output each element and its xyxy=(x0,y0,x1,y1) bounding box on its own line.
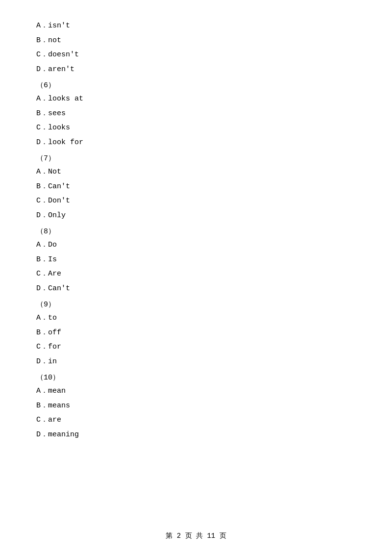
option-9c-label: C．for xyxy=(36,343,61,351)
option-10c-label: C．are xyxy=(36,416,61,424)
question-group-8: （8） A．Do B．Is C．Are D．Can't xyxy=(34,227,358,295)
page-footer: 第 2 页 共 11 页 xyxy=(0,531,392,540)
option-10d: D．meaning xyxy=(34,429,358,441)
option-10a: A．mean xyxy=(34,385,358,398)
option-6c: C．looks xyxy=(34,122,358,134)
question-group-7: （7） A．Not B．Can't C．Don't D．Only xyxy=(34,153,358,222)
option-10b: B．means xyxy=(34,400,358,412)
option-5b-label: B．not xyxy=(36,36,61,45)
option-8d-label: D．Can't xyxy=(36,284,70,293)
option-7c-label: C．Don't xyxy=(36,197,70,205)
option-7a: A．Not xyxy=(34,166,358,178)
question-number-10: （10） xyxy=(34,373,358,382)
option-8b-label: B．Is xyxy=(36,255,57,264)
page-content: A．isn't B．not C．doesn't D．aren't （6） A．l… xyxy=(0,0,392,475)
option-9d-label: D．in xyxy=(36,357,57,366)
option-8c-label: C．Are xyxy=(36,270,61,278)
option-6a: A．looks at xyxy=(34,93,358,105)
option-6a-label: A．looks at xyxy=(36,95,83,103)
option-5c: C．doesn't xyxy=(34,49,358,61)
option-5d-label: D．aren't xyxy=(36,65,74,74)
option-9b: B．off xyxy=(34,327,358,339)
option-6b-label: B．sees xyxy=(36,109,66,118)
option-5c-label: C．doesn't xyxy=(36,50,79,59)
option-6b: B．sees xyxy=(34,107,358,120)
option-9c: C．for xyxy=(34,341,358,353)
option-5a: A．isn't xyxy=(34,20,358,32)
question-group-5: A．isn't B．not C．doesn't D．aren't xyxy=(34,20,358,76)
question-group-9: （9） A．to B．off C．for D．in xyxy=(34,300,358,368)
question-number-7: （7） xyxy=(34,153,358,163)
option-8a-label: A．Do xyxy=(36,241,57,249)
option-7a-label: A．Not xyxy=(36,168,61,176)
option-5d: D．aren't xyxy=(34,63,358,76)
option-9a: A．to xyxy=(34,312,358,325)
option-9a-label: A．to xyxy=(36,314,57,322)
option-7d-label: D．Only xyxy=(36,211,66,220)
option-5b: B．not xyxy=(34,34,358,47)
option-7b: B．Can't xyxy=(34,180,358,193)
question-number-6: （6） xyxy=(34,80,358,90)
option-7d: D．Only xyxy=(34,209,358,222)
option-5a-label: A．isn't xyxy=(36,22,70,30)
option-6d-label: D．look for xyxy=(36,138,83,147)
option-9b-label: B．off xyxy=(36,328,61,337)
option-6c-label: C．looks xyxy=(36,124,70,132)
question-number-8: （8） xyxy=(34,227,358,236)
option-9d: D．in xyxy=(34,355,358,368)
question-group-6: （6） A．looks at B．sees C．looks D．look for xyxy=(34,80,358,149)
option-7c: C．Don't xyxy=(34,195,358,207)
option-10a-label: A．mean xyxy=(36,387,66,395)
option-8d: D．Can't xyxy=(34,282,358,295)
option-10b-label: B．means xyxy=(36,402,70,410)
option-7b-label: B．Can't xyxy=(36,182,70,191)
option-8b: B．Is xyxy=(34,253,358,266)
option-10c: C．are xyxy=(34,414,358,427)
footer-text: 第 2 页 共 11 页 xyxy=(166,532,226,540)
question-number-9: （9） xyxy=(34,300,358,309)
option-10d-label: D．meaning xyxy=(36,430,79,439)
question-group-10: （10） A．mean B．means C．are D．meaning xyxy=(34,373,358,441)
option-6d: D．look for xyxy=(34,136,358,149)
option-8a: A．Do xyxy=(34,239,358,252)
option-8c: C．Are xyxy=(34,268,358,280)
